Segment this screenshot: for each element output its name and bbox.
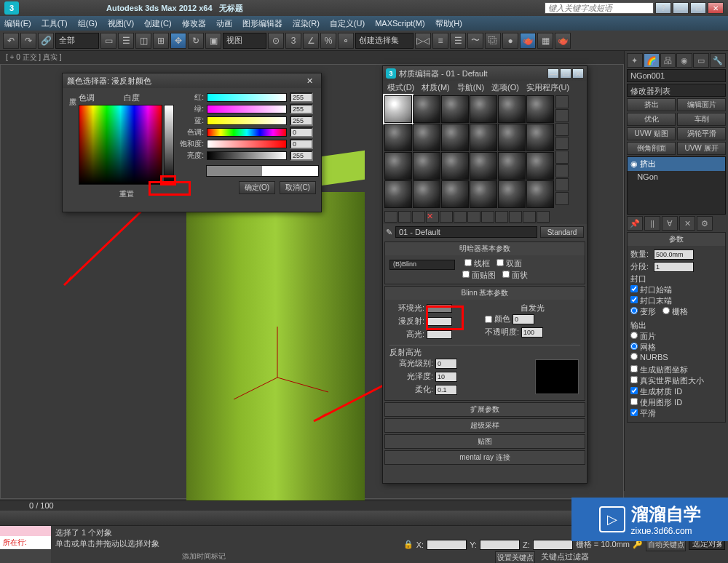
material-slot[interactable] (384, 124, 412, 151)
menu-help[interactable]: 帮助(H) (435, 18, 462, 29)
nurbs-radio[interactable] (630, 353, 638, 360)
menu-tools[interactable]: 工具(T) (41, 18, 68, 29)
configure-sets-icon[interactable]: ⚙ (697, 216, 713, 231)
btn-bevelprof[interactable]: 倒角剖面 (627, 142, 676, 155)
z-coord-input[interactable] (533, 540, 573, 550)
setkey-button[interactable]: 设置关键点 (495, 551, 535, 563)
put-to-scene-icon[interactable] (398, 211, 411, 223)
color-picker-close-icon[interactable]: ✕ (302, 76, 317, 86)
btn-lathe[interactable]: 车削 (677, 113, 726, 126)
select-name-icon[interactable]: ☰ (118, 33, 134, 49)
material-slot[interactable] (526, 95, 554, 123)
layers-icon[interactable]: ☰ (450, 33, 466, 49)
material-type-button[interactable]: Standard (540, 226, 584, 238)
material-editor-title[interactable]: 3 材质编辑器 - 01 - Default — ▭ ✕ (383, 66, 587, 81)
menu-maxscript[interactable]: MAXScript(M) (375, 19, 424, 28)
move-icon[interactable]: ✥ (170, 33, 186, 49)
get-material-icon[interactable] (384, 211, 397, 223)
material-slot[interactable] (526, 152, 554, 180)
keyfilter-label[interactable]: 关键点过滤器 (541, 551, 589, 563)
backlight-icon[interactable] (555, 109, 569, 122)
shader-rollout-header[interactable]: 明暗器基本参数 (385, 242, 585, 255)
make-preview-icon[interactable] (555, 164, 569, 177)
time-slider[interactable]: 0 / 100 (0, 500, 624, 511)
red-input[interactable] (290, 92, 313, 103)
make-copy-icon[interactable] (440, 211, 453, 223)
remove-modifier-icon[interactable]: ✕ (679, 216, 695, 231)
material-slot[interactable] (470, 95, 497, 123)
material-slot[interactable] (441, 152, 469, 180)
pivot-icon[interactable]: ⊙ (268, 33, 284, 49)
create-tab-icon[interactable]: ✦ (627, 53, 643, 68)
select-icon[interactable]: ▭ (100, 33, 116, 49)
twosided-checkbox[interactable] (496, 259, 504, 266)
show-map-icon[interactable] (495, 211, 508, 223)
hue-slider[interactable] (207, 128, 287, 137)
speclevel-input[interactable] (435, 359, 457, 369)
faceted-checkbox[interactable] (502, 271, 510, 278)
material-slot[interactable] (413, 124, 440, 151)
hierarchy-tab-icon[interactable]: 品 (660, 53, 676, 68)
blue-input[interactable] (290, 116, 313, 126)
me-maximize-icon[interactable]: ▭ (560, 68, 571, 79)
ss-rollout-header[interactable]: 超级采样 (385, 419, 585, 432)
opacity-input[interactable] (521, 327, 543, 338)
patch-radio[interactable] (630, 332, 638, 339)
close-button[interactable]: ✕ (708, 2, 724, 14)
val-input[interactable] (290, 151, 313, 161)
blue-slider[interactable] (207, 116, 287, 125)
menu-render[interactable]: 渲染(R) (293, 18, 320, 29)
sample-type-icon[interactable] (555, 95, 569, 108)
btn-uvwmap[interactable]: UVW 贴图 (627, 127, 676, 140)
viewport-label[interactable]: [ + 0 正交 ] 真实 ] (0, 51, 728, 64)
modifier-stack[interactable]: ◉ 挤出 NGon (627, 156, 726, 215)
btn-turbosmooth[interactable]: 涡轮平滑 (677, 127, 726, 140)
modifier-list-dropdown[interactable]: 修改器列表 (627, 84, 726, 97)
material-slot[interactable] (470, 180, 497, 208)
ext-rollout-header[interactable]: 扩展参数 (385, 403, 585, 416)
amount-input[interactable] (654, 249, 694, 260)
render-icon[interactable]: 🫖 (555, 33, 571, 49)
btn-uvwunwrap[interactable]: UVW 展开 (677, 142, 726, 155)
window-crossing-icon[interactable]: ⊞ (153, 33, 169, 49)
material-slot[interactable] (470, 124, 497, 151)
selfillum-checkbox[interactable] (485, 316, 492, 323)
menu-anim[interactable]: 动画 (216, 18, 232, 29)
options-icon[interactable] (555, 178, 569, 191)
scene-object-ngon[interactable] (186, 163, 365, 498)
mirror-icon[interactable]: ▷◁ (415, 33, 431, 49)
put-to-lib-icon[interactable] (467, 211, 480, 223)
smooth-checkbox[interactable] (630, 409, 638, 416)
snap-icon[interactable]: 3 (285, 33, 301, 49)
material-slot[interactable] (384, 180, 412, 208)
assign-to-sel-icon[interactable] (412, 211, 425, 223)
maps-rollout-header[interactable]: 贴图 (385, 435, 585, 448)
mtl-id-icon[interactable] (481, 211, 494, 223)
material-slot[interactable] (441, 180, 469, 208)
pin-stack-icon[interactable]: 📌 (627, 216, 643, 231)
rotate-icon[interactable]: ↻ (188, 33, 204, 49)
segs-input[interactable] (654, 262, 694, 272)
red-slider[interactable] (207, 93, 287, 102)
material-slot[interactable] (498, 152, 526, 180)
params-rollout-header[interactable]: 参数 (628, 233, 725, 246)
redo-icon[interactable]: ↷ (20, 33, 36, 49)
menu-group[interactable]: 组(G) (78, 18, 98, 29)
facemap-checkbox[interactable] (462, 271, 470, 278)
show-end-result-icon[interactable]: || (644, 216, 660, 231)
material-name-input[interactable] (395, 226, 537, 238)
material-slot[interactable] (384, 95, 412, 123)
material-slot[interactable] (413, 95, 440, 123)
select-by-mtl-icon[interactable] (555, 192, 569, 205)
make-unique-icon[interactable] (454, 211, 467, 223)
me-menu-mode[interactable]: 模式(D) (387, 82, 414, 93)
value-slider[interactable] (164, 105, 174, 185)
curve-editor-icon[interactable]: 〜 (467, 33, 483, 49)
specular-swatch[interactable] (427, 330, 452, 339)
mr-rollout-header[interactable]: mental ray 连接 (385, 451, 585, 464)
material-slot[interactable] (526, 180, 554, 208)
val-slider[interactable] (207, 151, 287, 160)
grid-radio[interactable] (662, 307, 670, 314)
material-slot[interactable] (413, 180, 440, 208)
genmapcoords-checkbox[interactable] (630, 365, 638, 372)
